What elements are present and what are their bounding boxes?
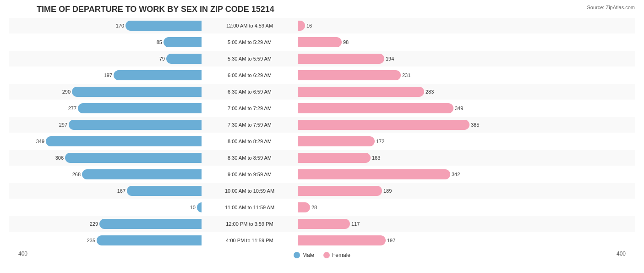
- chart-row: 306 8:30 AM to 8:59 AM 163: [9, 150, 635, 166]
- bar-female: 163: [298, 153, 371, 163]
- time-label: 6:30 AM to 6:59 AM: [202, 89, 298, 95]
- right-bar-area: 385: [298, 117, 490, 133]
- time-label: 7:30 AM to 7:59 AM: [202, 122, 298, 128]
- val-female: 349: [455, 106, 463, 111]
- bar-female: 98: [298, 37, 342, 47]
- bar-male: 170: [126, 21, 202, 31]
- bar-male: 10: [197, 202, 202, 212]
- time-label: 10:00 AM to 10:59 AM: [202, 188, 298, 194]
- val-female: 189: [383, 188, 392, 194]
- bar-female: 283: [298, 87, 424, 97]
- bar-male: 349: [46, 136, 202, 146]
- bar-male: 229: [99, 219, 202, 229]
- val-male: 167: [117, 188, 126, 194]
- time-label: 11:00 AM to 11:59 AM: [202, 205, 298, 210]
- time-label: 7:00 AM to 7:29 AM: [202, 106, 298, 111]
- chart-row: 297 7:30 AM to 7:59 AM 385: [9, 117, 635, 133]
- axis-label-right: 400: [617, 251, 626, 257]
- val-female: 172: [376, 139, 384, 144]
- bar-female: 117: [298, 219, 350, 229]
- val-male: 306: [55, 155, 64, 161]
- time-label: 9:00 AM to 9:59 AM: [202, 172, 298, 177]
- time-label: 5:30 AM to 5:59 AM: [202, 56, 298, 61]
- val-female: 28: [311, 205, 317, 210]
- val-male: 290: [62, 89, 71, 95]
- chart-row: 277 7:00 AM to 7:29 AM 349: [9, 100, 635, 116]
- bar-female: 231: [298, 70, 401, 80]
- val-male: 349: [36, 139, 44, 144]
- right-bar-area: 194: [298, 51, 490, 67]
- time-label: 6:00 AM to 6:29 AM: [202, 72, 298, 78]
- legend-dot-female: [323, 252, 330, 258]
- val-female: 231: [402, 72, 410, 78]
- val-female: 98: [343, 39, 349, 45]
- val-male: 79: [159, 56, 165, 61]
- val-male: 229: [90, 221, 98, 227]
- source-text: Source: ZipAtlas.com: [587, 5, 635, 10]
- chart-row: 235 4:00 PM to 11:59 PM 197: [9, 233, 635, 248]
- chart-row: 229 12:00 PM to 3:59 PM 117: [9, 216, 635, 232]
- left-bar-area: 197: [9, 67, 202, 83]
- legend: Male Female: [294, 252, 350, 258]
- bar-female: 172: [298, 136, 375, 146]
- val-female: 385: [471, 122, 479, 128]
- val-female: 16: [306, 23, 312, 28]
- right-bar-area: 163: [298, 150, 490, 166]
- axis-label-left: 400: [18, 251, 27, 257]
- time-label: 4:00 PM to 11:59 PM: [202, 238, 298, 243]
- left-bar-area: 79: [9, 51, 202, 67]
- time-label: 12:00 AM to 4:59 AM: [202, 23, 298, 28]
- bar-female: 189: [298, 186, 382, 196]
- bar-male: 79: [166, 54, 202, 64]
- right-bar-area: 16: [298, 18, 490, 33]
- bar-male: 297: [69, 120, 202, 130]
- val-male: 197: [104, 72, 112, 78]
- left-bar-area: 235: [9, 233, 202, 248]
- chart-row: 290 6:30 AM to 6:59 AM 283: [9, 84, 635, 100]
- chart-row: 79 5:30 AM to 5:59 AM 194: [9, 51, 635, 67]
- time-label: 8:30 AM to 8:59 AM: [202, 155, 298, 161]
- chart-row: 170 12:00 AM to 4:59 AM 16: [9, 18, 635, 33]
- chart-row: 197 6:00 AM to 6:29 AM 231: [9, 67, 635, 83]
- val-male: 10: [190, 205, 196, 210]
- val-male: 170: [116, 23, 124, 28]
- left-bar-area: 170: [9, 18, 202, 33]
- time-label: 12:00 PM to 3:59 PM: [202, 221, 298, 227]
- val-female: 194: [386, 56, 394, 61]
- right-bar-area: 283: [298, 84, 490, 100]
- right-bar-area: 197: [298, 233, 490, 248]
- val-male: 277: [68, 106, 76, 111]
- left-bar-area: 297: [9, 117, 202, 133]
- chart-container: TIME OF DEPARTURE TO WORK BY SEX IN ZIP …: [0, 0, 644, 273]
- left-bar-area: 290: [9, 84, 202, 100]
- left-bar-area: 277: [9, 100, 202, 116]
- bar-female: 342: [298, 169, 450, 179]
- chart-row: 268 9:00 AM to 9:59 AM 342: [9, 167, 635, 182]
- bar-female: 194: [298, 54, 384, 64]
- bar-male: 197: [114, 70, 202, 80]
- rows-wrapper: 170 12:00 AM to 4:59 AM 16 85 5:00 AM to…: [9, 18, 635, 248]
- val-female: 283: [426, 89, 434, 95]
- right-bar-area: 117: [298, 216, 490, 232]
- bar-male: 290: [72, 87, 202, 97]
- right-bar-area: 98: [298, 34, 490, 50]
- val-male: 268: [72, 172, 81, 177]
- legend-female-label: Female: [332, 252, 350, 258]
- right-bar-area: 342: [298, 167, 490, 182]
- bar-female: 28: [298, 202, 310, 212]
- left-bar-area: 85: [9, 34, 202, 50]
- chart-row: 167 10:00 AM to 10:59 AM 189: [9, 183, 635, 199]
- left-bar-area: 229: [9, 216, 202, 232]
- right-bar-area: 349: [298, 100, 490, 116]
- val-female: 163: [372, 155, 380, 161]
- val-male: 235: [87, 238, 95, 243]
- bottom-area: 400 Male Female 400: [9, 249, 635, 258]
- chart-row: 10 11:00 AM to 11:59 AM 28: [9, 200, 635, 215]
- left-bar-area: 268: [9, 167, 202, 182]
- time-label: 8:00 AM to 8:29 AM: [202, 139, 298, 144]
- bar-male: 277: [78, 103, 202, 113]
- bar-female: 197: [298, 235, 386, 245]
- chart-title: TIME OF DEPARTURE TO WORK BY SEX IN ZIP …: [9, 5, 635, 14]
- bar-male: 235: [97, 235, 202, 245]
- left-bar-area: 10: [9, 200, 202, 215]
